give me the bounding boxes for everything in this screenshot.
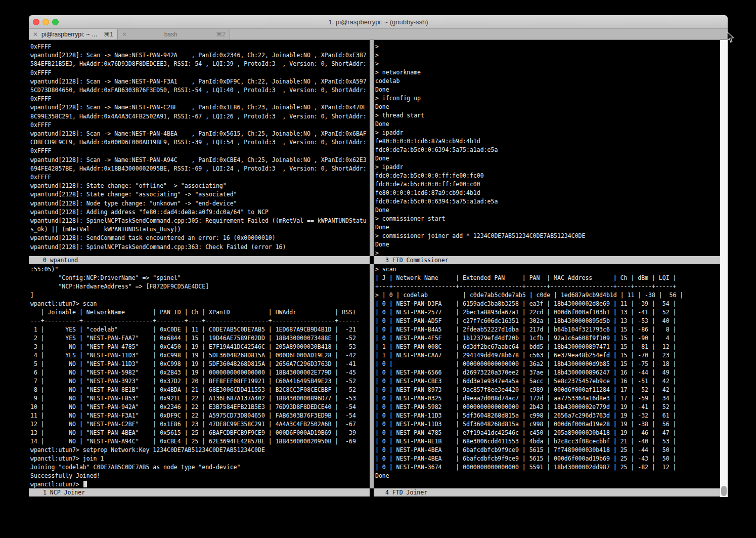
pane-divider-vertical-top[interactable] (370, 40, 374, 256)
terminal-window: 1. pi@raspberrypi: ~ (gnubby-ssh) ✕ pi@r… (29, 15, 728, 497)
shell-prompt-line[interactable]: wpanctl:utun7> (30, 480, 87, 489)
mouse-cursor (726, 31, 734, 44)
shell-prompt: wpanctl:utun7> (30, 481, 83, 488)
tab-ssh-session[interactable]: ✕ pi@raspberrypi: ~ (g... ⌘1 (29, 29, 118, 39)
pane-status-wpantund[interactable]: 0 wpantund (29, 256, 370, 264)
window-title: 1. pi@raspberrypi: ~ (gnubby-ssh) (29, 15, 728, 29)
pane-status-label: 1 NCP Joiner (43, 489, 85, 496)
tab-bash[interactable]: ✕ bash ⌘2 (118, 29, 230, 39)
tab-bar-empty-area (230, 29, 728, 39)
window-titlebar[interactable]: 1. pi@raspberrypi: ~ (gnubby-ssh) (29, 15, 728, 29)
tab-bar: ✕ pi@raspberrypi: ~ (g... ⌘1 ✕ bash ⌘2 (29, 29, 728, 40)
scrollbar-thumb[interactable] (721, 486, 727, 496)
pane-status-ftd-commissioner[interactable]: 3 FTD Commissioner (374, 256, 720, 264)
pane-ftd-commissioner[interactable]: > > > > networkname codelab Done > ifcon… (374, 40, 722, 259)
tab-label: pi@raspberrypi: ~ (g... (41, 31, 99, 38)
pane-ncp-joiner[interactable]: :55:05)" "Config:NCP:DriverName" => "spi… (29, 264, 371, 489)
tab-label: bash (130, 31, 211, 38)
terminal-content: 0xFFFF wpantund[2128]: Scan -> Name:NEST… (29, 40, 728, 497)
tab-shortcut: ⌘2 (216, 31, 226, 38)
pane-wpantund-log[interactable]: 0xFFFF wpantund[2128]: Scan -> Name:NEST… (29, 40, 371, 259)
pane-status-label: 0 wpantund (43, 257, 78, 264)
scrollbar[interactable] (720, 40, 728, 497)
desktop-background: { "window": { "title": "1. pi@raspberryp… (0, 0, 756, 538)
close-tab-icon[interactable]: ✕ (122, 31, 127, 38)
pane-status-label: 4 FTD Joiner (385, 489, 427, 496)
text-cursor (83, 481, 87, 487)
pane-divider-vertical-bottom[interactable] (370, 264, 374, 488)
pane-status-label: 3 FTD Commissioner (385, 257, 449, 264)
pane-status-ncp-joiner[interactable]: 1 NCP Joiner (29, 488, 370, 496)
close-tab-icon[interactable]: ✕ (33, 31, 38, 38)
pane-status-ftd-joiner[interactable]: 4 FTD Joiner (374, 488, 720, 496)
tab-shortcut: ⌘1 (104, 31, 113, 38)
pane-ftd-joiner[interactable]: > scan | J | Network Name | Extended PAN… (374, 264, 722, 489)
